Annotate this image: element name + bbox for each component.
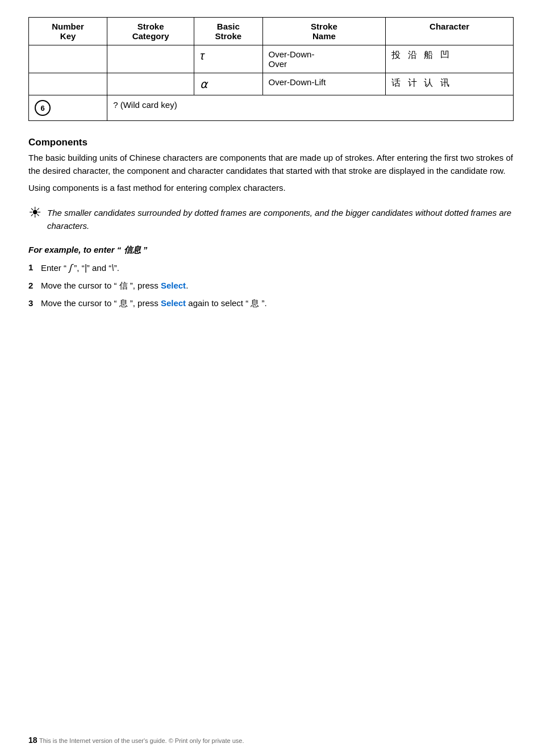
step-num-2: 2: [28, 279, 36, 293]
example-title-suffix: ”: [141, 245, 148, 254]
cell-category-2: [107, 73, 194, 95]
cell-name-2: Over-Down-Lift: [262, 73, 386, 95]
cell-stroke-2: ⍺: [194, 73, 262, 95]
example-section: For example, to enter “ 信息 ” 1 Enter “ ʃ…: [28, 245, 514, 310]
example-step-1: 1 Enter “ ʃ ”, “|” and “\”.: [28, 261, 514, 275]
example-step-2: 2 Move the cursor to “ 信 ”, press Select…: [28, 279, 514, 293]
step-num-1: 1: [28, 261, 36, 274]
example-steps: 1 Enter “ ʃ ”, “|” and “\”. 2 Move the c…: [28, 261, 514, 310]
step-text-2: Move the cursor to “ 信 ”, press Select.: [41, 279, 514, 293]
footer-note: This is the Internet version of the user…: [39, 737, 244, 744]
example-title-chinese: 信息: [124, 245, 141, 254]
stroke-symbol-2: ⍺: [200, 78, 207, 90]
key-circle-6: 6: [35, 100, 51, 116]
cell-chars-1: 投 沿 船 凹: [386, 45, 514, 73]
example-step-3: 3 Move the cursor to “ 息 ”, press Select…: [28, 297, 514, 310]
example-title: For example, to enter “ 信息 ”: [28, 245, 514, 256]
table-row-wildcard: 6 ? (Wild card key): [29, 95, 514, 121]
cell-chars-2: 话 计 认 讯: [386, 73, 514, 95]
table-row: τ Over-Down-Over 投 沿 船 凹: [29, 45, 514, 73]
page-number: 18: [28, 736, 37, 745]
col-header-stroke-name: StrokeName: [262, 18, 386, 45]
col-header-basic-stroke: BasicStroke: [194, 18, 262, 45]
cell-name-1: Over-Down-Over: [262, 45, 386, 73]
select-highlight-2: Select: [161, 281, 186, 290]
stroke-table: NumberKey StrokeCategory BasicStroke Str…: [28, 17, 514, 121]
cell-number-1: [29, 45, 107, 73]
example-title-prefix: For example, to enter “: [28, 245, 124, 254]
components-paragraph-2: Using components is a fast method for en…: [28, 182, 514, 195]
components-title: Components: [28, 137, 514, 148]
step-num-3: 3: [28, 297, 36, 310]
cell-number-2: [29, 73, 107, 95]
tip-text: The smaller candidates surrounded by dot…: [47, 206, 514, 233]
select-highlight-3: Select: [161, 298, 186, 308]
cell-category-1: [107, 45, 194, 73]
cell-wildcard-label: ? (Wild card key): [107, 95, 514, 121]
cell-number-wildcard: 6: [29, 95, 107, 121]
step-text-1: Enter “ ʃ ”, “|” and “\”.: [41, 261, 514, 275]
step-text-3: Move the cursor to “ 息 ”, press Select a…: [41, 297, 514, 310]
components-section: Components The basic building units of C…: [28, 137, 514, 195]
table-row: ⍺ Over-Down-Lift 话 计 认 讯: [29, 73, 514, 95]
col-header-character: Character: [386, 18, 514, 45]
col-header-stroke-category: StrokeCategory: [107, 18, 194, 45]
col-header-number-key: NumberKey: [29, 18, 107, 45]
stroke-symbol-1: τ: [200, 49, 204, 62]
components-paragraph-1: The basic building units of Chinese char…: [28, 152, 514, 177]
tip-icon: ☀︎: [28, 205, 41, 220]
cell-stroke-1: τ: [194, 45, 262, 73]
footer: 18 This is the Internet version of the u…: [28, 736, 514, 745]
tip-box: ☀︎ The smaller candidates surrounded by …: [28, 206, 514, 233]
